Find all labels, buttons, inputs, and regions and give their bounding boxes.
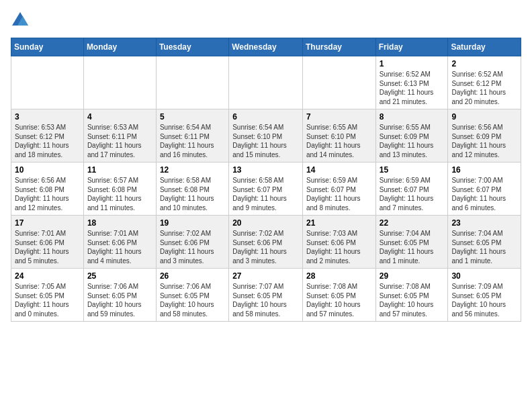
day-info: Sunrise: 7:08 AM Sunset: 6:05 PM Dayligh… [380, 282, 445, 318]
calendar-cell [229, 56, 303, 109]
calendar-cell: 1Sunrise: 6:52 AM Sunset: 6:13 PM Daylig… [375, 56, 448, 109]
day-number: 17 [15, 218, 80, 228]
calendar-cell: 18Sunrise: 7:01 AM Sunset: 6:06 PM Dayli… [83, 216, 156, 269]
calendar-week-3: 10Sunrise: 6:56 AM Sunset: 6:08 PM Dayli… [11, 163, 521, 216]
day-number: 28 [306, 271, 372, 281]
day-number: 15 [380, 165, 445, 175]
day-info: Sunrise: 7:05 AM Sunset: 6:05 PM Dayligh… [15, 282, 80, 318]
calendar-cell: 21Sunrise: 7:03 AM Sunset: 6:06 PM Dayli… [302, 216, 375, 269]
day-number: 14 [306, 165, 372, 175]
day-info: Sunrise: 6:58 AM Sunset: 6:07 PM Dayligh… [232, 176, 299, 212]
calendar-cell: 9Sunrise: 6:56 AM Sunset: 6:09 PM Daylig… [448, 109, 521, 163]
day-info: Sunrise: 7:01 AM Sunset: 6:06 PM Dayligh… [15, 229, 80, 265]
day-info: Sunrise: 6:56 AM Sunset: 6:08 PM Dayligh… [15, 176, 80, 212]
calendar-cell: 10Sunrise: 6:56 AM Sunset: 6:08 PM Dayli… [11, 163, 84, 216]
calendar-cell: 15Sunrise: 6:59 AM Sunset: 6:07 PM Dayli… [375, 163, 448, 216]
day-number: 21 [306, 218, 372, 228]
day-info: Sunrise: 7:01 AM Sunset: 6:06 PM Dayligh… [87, 229, 152, 265]
logo-icon [11, 11, 30, 30]
day-number: 7 [306, 112, 372, 122]
day-number: 4 [87, 112, 152, 122]
day-info: Sunrise: 7:08 AM Sunset: 6:05 PM Dayligh… [306, 282, 372, 318]
day-info: Sunrise: 7:06 AM Sunset: 6:05 PM Dayligh… [87, 282, 152, 318]
calendar-cell: 6Sunrise: 6:54 AM Sunset: 6:10 PM Daylig… [229, 109, 303, 163]
day-info: Sunrise: 6:57 AM Sunset: 6:08 PM Dayligh… [87, 176, 152, 212]
day-info: Sunrise: 7:02 AM Sunset: 6:06 PM Dayligh… [160, 229, 225, 265]
calendar-cell: 25Sunrise: 7:06 AM Sunset: 6:05 PM Dayli… [83, 269, 156, 322]
weekday-header-tuesday: Tuesday [156, 38, 228, 56]
weekday-header-monday: Monday [83, 38, 156, 56]
day-info: Sunrise: 6:55 AM Sunset: 6:09 PM Dayligh… [380, 123, 445, 159]
weekday-header-thursday: Thursday [302, 38, 375, 56]
day-info: Sunrise: 6:55 AM Sunset: 6:10 PM Dayligh… [306, 123, 372, 159]
day-info: Sunrise: 6:54 AM Sunset: 6:10 PM Dayligh… [232, 123, 299, 159]
calendar-cell [156, 56, 228, 109]
calendar-cell: 16Sunrise: 7:00 AM Sunset: 6:07 PM Dayli… [448, 163, 521, 216]
day-number: 11 [87, 165, 152, 175]
day-number: 24 [15, 271, 80, 281]
weekday-header-wednesday: Wednesday [229, 38, 303, 56]
day-info: Sunrise: 6:53 AM Sunset: 6:12 PM Dayligh… [15, 123, 80, 159]
page-header [11, 11, 521, 30]
weekday-header-saturday: Saturday [448, 38, 521, 56]
calendar-cell: 27Sunrise: 7:07 AM Sunset: 6:05 PM Dayli… [229, 269, 303, 322]
calendar-cell: 12Sunrise: 6:58 AM Sunset: 6:08 PM Dayli… [156, 163, 228, 216]
day-number: 18 [87, 218, 152, 228]
day-info: Sunrise: 7:07 AM Sunset: 6:05 PM Dayligh… [232, 282, 299, 318]
calendar-cell: 11Sunrise: 6:57 AM Sunset: 6:08 PM Dayli… [83, 163, 156, 216]
calendar-cell: 20Sunrise: 7:02 AM Sunset: 6:06 PM Dayli… [229, 216, 303, 269]
day-info: Sunrise: 7:04 AM Sunset: 6:05 PM Dayligh… [380, 229, 445, 265]
day-info: Sunrise: 6:52 AM Sunset: 6:13 PM Dayligh… [380, 70, 445, 106]
weekday-header-friday: Friday [375, 38, 448, 56]
day-info: Sunrise: 7:02 AM Sunset: 6:06 PM Dayligh… [232, 229, 299, 265]
day-number: 13 [232, 165, 299, 175]
day-info: Sunrise: 6:54 AM Sunset: 6:11 PM Dayligh… [160, 123, 225, 159]
calendar-cell: 3Sunrise: 6:53 AM Sunset: 6:12 PM Daylig… [11, 109, 84, 163]
calendar-cell: 26Sunrise: 7:06 AM Sunset: 6:05 PM Dayli… [156, 269, 228, 322]
calendar-week-1: 1Sunrise: 6:52 AM Sunset: 6:13 PM Daylig… [11, 56, 521, 109]
day-info: Sunrise: 7:00 AM Sunset: 6:07 PM Dayligh… [451, 176, 517, 212]
calendar-cell: 24Sunrise: 7:05 AM Sunset: 6:05 PM Dayli… [11, 269, 84, 322]
day-number: 23 [451, 218, 517, 228]
day-number: 5 [160, 112, 225, 122]
day-number: 2 [451, 59, 517, 68]
calendar-cell: 29Sunrise: 7:08 AM Sunset: 6:05 PM Dayli… [375, 269, 448, 322]
day-number: 9 [451, 112, 517, 122]
calendar-cell [83, 56, 156, 109]
calendar-cell: 23Sunrise: 7:04 AM Sunset: 6:05 PM Dayli… [448, 216, 521, 269]
day-number: 29 [380, 271, 445, 281]
calendar-week-4: 17Sunrise: 7:01 AM Sunset: 6:06 PM Dayli… [11, 216, 521, 269]
day-info: Sunrise: 7:04 AM Sunset: 6:05 PM Dayligh… [451, 229, 517, 265]
weekday-header-row: SundayMondayTuesdayWednesdayThursdayFrid… [11, 38, 521, 56]
day-number: 8 [380, 112, 445, 122]
logo [11, 11, 32, 30]
day-number: 25 [87, 271, 152, 281]
calendar-cell: 4Sunrise: 6:53 AM Sunset: 6:11 PM Daylig… [83, 109, 156, 163]
day-info: Sunrise: 7:03 AM Sunset: 6:06 PM Dayligh… [306, 229, 372, 265]
calendar-cell: 22Sunrise: 7:04 AM Sunset: 6:05 PM Dayli… [375, 216, 448, 269]
day-number: 6 [232, 112, 299, 122]
calendar-cell: 14Sunrise: 6:59 AM Sunset: 6:07 PM Dayli… [302, 163, 375, 216]
day-number: 26 [160, 271, 225, 281]
day-number: 1 [380, 59, 445, 68]
calendar-cell: 28Sunrise: 7:08 AM Sunset: 6:05 PM Dayli… [302, 269, 375, 322]
day-number: 20 [232, 218, 299, 228]
day-number: 22 [380, 218, 445, 228]
calendar-cell: 17Sunrise: 7:01 AM Sunset: 6:06 PM Dayli… [11, 216, 84, 269]
day-number: 19 [160, 218, 225, 228]
day-number: 3 [15, 112, 80, 122]
calendar-cell: 7Sunrise: 6:55 AM Sunset: 6:10 PM Daylig… [302, 109, 375, 163]
calendar-cell [302, 56, 375, 109]
day-info: Sunrise: 6:58 AM Sunset: 6:08 PM Dayligh… [160, 176, 225, 212]
day-number: 30 [451, 271, 517, 281]
day-info: Sunrise: 7:09 AM Sunset: 6:05 PM Dayligh… [451, 282, 517, 318]
day-number: 27 [232, 271, 299, 281]
calendar-cell: 2Sunrise: 6:52 AM Sunset: 6:12 PM Daylig… [448, 56, 521, 109]
calendar-cell: 5Sunrise: 6:54 AM Sunset: 6:11 PM Daylig… [156, 109, 228, 163]
calendar-cell: 13Sunrise: 6:58 AM Sunset: 6:07 PM Dayli… [229, 163, 303, 216]
weekday-header-sunday: Sunday [11, 38, 84, 56]
day-info: Sunrise: 7:06 AM Sunset: 6:05 PM Dayligh… [160, 282, 225, 318]
calendar-cell: 8Sunrise: 6:55 AM Sunset: 6:09 PM Daylig… [375, 109, 448, 163]
calendar-cell [11, 56, 84, 109]
day-info: Sunrise: 6:52 AM Sunset: 6:12 PM Dayligh… [451, 70, 517, 106]
